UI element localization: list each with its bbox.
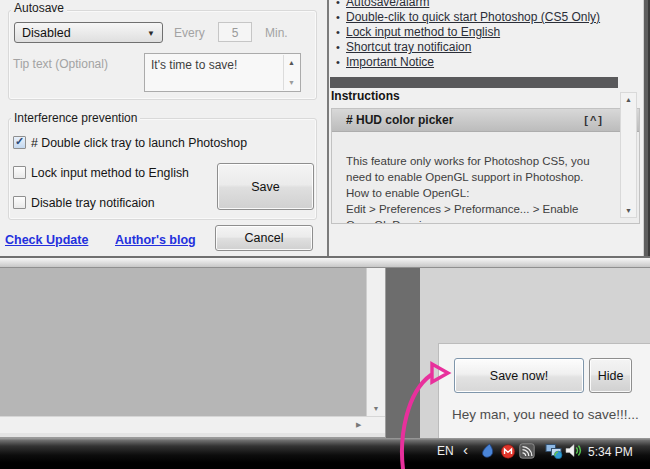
body-line: OpenGL Drawing <box>346 217 590 224</box>
autosave-group-title: Autosave <box>11 2 67 15</box>
body-line: need to enable OpenGL support in Photosh… <box>346 169 590 185</box>
tip-text-label: Tip text (Optional) <box>13 57 108 71</box>
minutes-label: Min. <box>265 26 288 40</box>
bullet-icon: • <box>336 25 346 40</box>
check-update-link[interactable]: Check Update <box>5 233 88 247</box>
checkbox-checked[interactable]: ✓ <box>13 136 26 149</box>
save-now-button[interactable]: Save now! <box>454 358 584 393</box>
autosave-app-tray-icon[interactable] <box>479 443 497 459</box>
clock[interactable]: 5:34 PM <box>588 445 633 459</box>
canvas-vertical-scrollbar[interactable]: ▼ <box>366 268 385 416</box>
bullet-icon: • <box>336 0 346 10</box>
scroll-down-icon[interactable]: ▼ <box>625 207 632 214</box>
bullet-icon: • <box>336 10 346 25</box>
authors-blog-link[interactable]: Author's blog <box>115 233 196 247</box>
tip-text-input[interactable]: It's time to save! ▲ ▼ <box>144 53 301 92</box>
background-panel-strip <box>385 268 420 438</box>
screen: Autosave Disabled ▼ Every 5 Min. Tip tex… <box>0 0 650 469</box>
toc-link[interactable]: Important Notice <box>346 55 434 70</box>
body-line: This feature only works for Photoshop CS… <box>346 153 590 169</box>
body-line: Edit > Preferences > Preformance... > En… <box>346 201 590 217</box>
help-toc: • Autosave/alarm • Double-clik to quick … <box>330 0 630 70</box>
window-bottom-frame <box>0 256 650 268</box>
waves-tray-icon[interactable] <box>519 443 537 459</box>
spinner-down-icon[interactable]: ▼ <box>284 79 299 86</box>
section-divider-bar <box>330 77 618 88</box>
instructions-section-header[interactable]: # HUD color picker [^] <box>332 109 639 132</box>
column-separator <box>327 0 329 256</box>
tray-expand-chevron-icon[interactable]: ‹ <box>463 441 468 458</box>
save-button[interactable]: Save <box>217 163 314 210</box>
volume-tray-icon[interactable] <box>565 442 583 458</box>
taskbar: EN ‹ <box>0 438 650 469</box>
collapse-icon[interactable]: [^] <box>584 114 604 126</box>
toc-item[interactable]: • Important Notice <box>330 55 630 70</box>
bullet-icon: • <box>336 40 346 55</box>
canvas-horizontal-scrollbar[interactable]: ▶ <box>0 416 385 433</box>
body-line: How to enable OpenGL: <box>346 185 590 201</box>
toc-item[interactable]: • Lock input method to English <box>330 25 630 40</box>
window-right-frame <box>643 0 650 256</box>
scroll-right-icon[interactable]: ▶ <box>356 421 361 429</box>
spinner-up-icon[interactable]: ▲ <box>284 59 299 66</box>
toc-link[interactable]: Autosave/alarm <box>346 0 429 10</box>
hide-button[interactable]: Hide <box>589 358 632 393</box>
instructions-body: This feature only works for Photoshop CS… <box>346 153 590 224</box>
checkbox-unchecked[interactable] <box>13 166 26 179</box>
help-scrollbar[interactable]: ▲ ▼ <box>620 92 637 218</box>
reminder-popup: Save now! Hide Hey man, you need to save… <box>438 343 650 444</box>
checkbox-label[interactable]: Disable tray notificaion <box>31 196 155 210</box>
autosave-dialog: Autosave Disabled ▼ Every 5 Min. Tip tex… <box>0 0 650 256</box>
autosave-mode-dropdown[interactable]: Disabled ▼ <box>14 22 163 43</box>
interval-input[interactable]: 5 <box>218 22 252 42</box>
toc-link[interactable]: Lock input method to English <box>346 25 500 40</box>
interference-group-title: Interference prevention <box>11 112 140 125</box>
reminder-message: Hey man, you need to save!!!... <box>452 407 639 422</box>
every-label: Every <box>174 26 205 40</box>
checkbox-label[interactable]: Lock input method to English <box>31 166 189 180</box>
dropdown-selected-value: Disabled <box>22 26 71 40</box>
bullet-icon: • <box>336 55 346 70</box>
checkbox-label[interactable]: # Double click tray to launch Photoshop <box>31 136 247 150</box>
background-canvas-window <box>0 268 366 416</box>
toc-item[interactable]: • Shortcut tray notificaion <box>330 40 630 55</box>
section-title: # HUD color picker <box>346 113 453 127</box>
toc-item[interactable]: • Double-clik to quick start Photoshop (… <box>330 10 630 25</box>
cancel-button[interactable]: Cancel <box>215 225 313 251</box>
toc-item[interactable]: • Autosave/alarm <box>330 0 630 10</box>
check-icon: ✓ <box>15 135 24 148</box>
toc-link[interactable]: Double-clik to quick start Photoshop (CS… <box>346 10 600 25</box>
checkbox-unchecked[interactable] <box>13 196 26 209</box>
tip-text-value: It's time to save! <box>151 58 237 72</box>
toc-link[interactable]: Shortcut tray notificaion <box>346 40 471 55</box>
language-indicator[interactable]: EN <box>437 444 454 458</box>
scroll-up-icon[interactable]: ▲ <box>625 96 632 103</box>
instructions-panel: # HUD color picker [^] This feature only… <box>331 108 640 224</box>
tip-spinner[interactable]: ▲ ▼ <box>283 55 299 90</box>
instructions-heading: Instructions <box>331 89 400 103</box>
network-tray-icon[interactable] <box>545 443 563 459</box>
gmail-notifier-tray-icon[interactable] <box>500 444 518 460</box>
chevron-down-icon: ▼ <box>147 23 155 44</box>
scroll-down-icon[interactable]: ▼ <box>367 405 385 412</box>
